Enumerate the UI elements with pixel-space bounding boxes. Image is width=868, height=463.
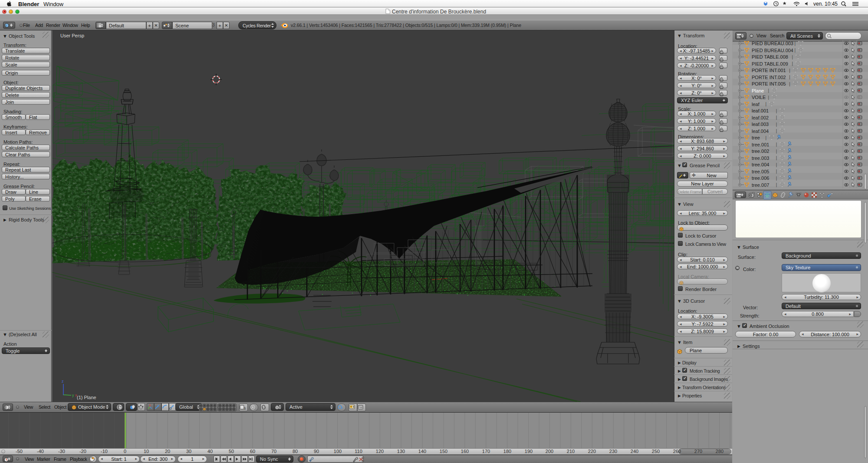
svg-text:|: | (776, 142, 777, 147)
svg-text:70: 70 (271, 449, 276, 454)
svg-text:-40: -40 (37, 449, 44, 454)
svg-text:220: 220 (588, 449, 596, 454)
svg-text:leaf: leaf (752, 102, 760, 107)
svg-text:(1) Plane: (1) Plane (77, 395, 96, 400)
svg-text:|: | (776, 149, 777, 154)
svg-text:-50: -50 (16, 449, 23, 454)
svg-text:User Persp: User Persp (60, 33, 84, 38)
svg-text:20: 20 (165, 449, 170, 454)
svg-text:Plane: Plane (752, 88, 764, 93)
svg-text:tree.005: tree.005 (752, 169, 769, 174)
svg-text:30: 30 (186, 449, 191, 454)
svg-text:ven. 10:45: ven. 10:45 (813, 1, 838, 7)
svg-text:leaf.002: leaf.002 (752, 115, 769, 120)
svg-text:|: | (765, 136, 766, 140)
svg-text:tree.007: tree.007 (752, 182, 769, 188)
svg-text:|: | (792, 55, 793, 60)
svg-text:VOILE: VOILE (752, 95, 766, 100)
svg-text:i: i (6, 24, 7, 28)
svg-text:100: 100 (334, 449, 342, 454)
svg-text:|: | (776, 155, 777, 160)
svg-text:|: | (795, 41, 796, 46)
svg-text:170: 170 (482, 449, 490, 454)
svg-text:PIED BUREAU.003: PIED BUREAU.003 (752, 41, 793, 46)
svg-text:120: 120 (376, 449, 384, 454)
svg-text:|: | (768, 88, 769, 93)
svg-text:z: z (62, 379, 64, 384)
svg-text:80: 80 (293, 449, 298, 454)
svg-text:0: 0 (124, 449, 126, 454)
svg-text:leaf.004: leaf.004 (752, 129, 769, 134)
svg-text:|: | (765, 102, 766, 106)
svg-text:|: | (776, 182, 777, 187)
svg-text:PORTE INT.001: PORTE INT.001 (752, 68, 786, 73)
svg-text:|: | (776, 109, 777, 113)
svg-text:|: | (795, 48, 796, 53)
svg-text:3: 3 (244, 407, 246, 410)
svg-text:150: 150 (440, 449, 447, 454)
svg-text:PORTE INT.005: PORTE INT.005 (752, 81, 786, 86)
svg-text:|: | (768, 95, 769, 100)
svg-text:-30: -30 (58, 449, 65, 454)
svg-text:tree.002: tree.002 (752, 149, 769, 154)
svg-text:180: 180 (503, 449, 511, 454)
svg-text:|: | (776, 176, 777, 181)
svg-text:-10: -10 (101, 449, 108, 454)
svg-text:PIED TABLE.009: PIED TABLE.009 (752, 61, 788, 66)
svg-text:270: 270 (694, 449, 702, 454)
svg-text:|: | (776, 129, 777, 133)
svg-text:240: 240 (631, 449, 638, 454)
svg-text:|: | (776, 169, 777, 174)
svg-text:y: y (72, 393, 74, 397)
svg-text:90: 90 (314, 449, 319, 454)
svg-text:190: 190 (525, 449, 533, 454)
svg-text:50: 50 (229, 449, 234, 454)
svg-text:280: 280 (716, 449, 723, 454)
svg-text:|: | (776, 122, 777, 127)
svg-text:PIED TABLE.008: PIED TABLE.008 (752, 54, 788, 60)
svg-text:200: 200 (546, 449, 553, 454)
svg-text:250: 250 (652, 449, 660, 454)
svg-text:110: 110 (355, 449, 362, 454)
svg-text:40: 40 (207, 449, 213, 454)
svg-text:160: 160 (461, 449, 469, 454)
svg-text:260: 260 (673, 449, 681, 454)
svg-text:tree.004: tree.004 (752, 162, 769, 167)
svg-text:PORTE INT.002: PORTE INT.002 (752, 75, 786, 80)
svg-text:|: | (792, 61, 793, 66)
svg-text:210: 210 (567, 449, 575, 454)
svg-text:140: 140 (418, 449, 426, 454)
svg-text:tree.001: tree.001 (752, 142, 769, 147)
svg-text:|: | (789, 75, 790, 79)
svg-text:-20: -20 (79, 449, 86, 454)
svg-text:230: 230 (609, 449, 617, 454)
svg-text:|: | (776, 115, 777, 120)
svg-text:tree: tree (752, 135, 760, 140)
svg-text:PIED BUREAU.004: PIED BUREAU.004 (752, 48, 793, 53)
svg-text:leaf.003: leaf.003 (752, 122, 769, 127)
svg-text:|: | (776, 162, 777, 167)
svg-text:|: | (789, 68, 790, 73)
svg-text:|: | (789, 82, 790, 86)
svg-text:tree.006: tree.006 (752, 175, 769, 181)
svg-text:tree.003: tree.003 (752, 155, 769, 161)
svg-text:10: 10 (144, 449, 149, 454)
svg-text:leaf.001: leaf.001 (752, 108, 769, 113)
svg-text:130: 130 (397, 449, 405, 454)
svg-text:60: 60 (250, 449, 255, 454)
